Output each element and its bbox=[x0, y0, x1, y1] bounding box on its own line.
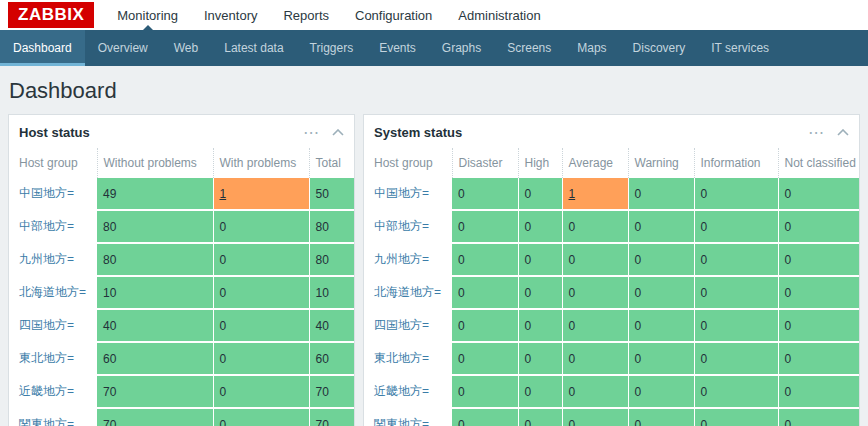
host-group-link[interactable]: 北海道地方= bbox=[19, 285, 86, 299]
status-cell-ok: 0 bbox=[452, 309, 518, 342]
subnav-web[interactable]: Web bbox=[161, 30, 211, 66]
subnav-latest-data[interactable]: Latest data bbox=[211, 30, 296, 66]
system-status-panel: System status ⋯ Host groupDisasterHighAv… bbox=[363, 114, 860, 426]
status-cell-problem[interactable]: 1 bbox=[213, 178, 309, 210]
status-cell-ok: 0 bbox=[562, 342, 628, 375]
host-group-cell: 東北地方= bbox=[364, 342, 452, 375]
column-header-total: Total bbox=[309, 148, 354, 178]
column-header-with-problems: With problems bbox=[213, 148, 309, 178]
host-group-link[interactable]: 四国地方= bbox=[19, 318, 74, 332]
status-cell-ok: 0 bbox=[518, 178, 562, 210]
widget-menu-icon[interactable]: ⋯ bbox=[808, 128, 825, 138]
main-nav-configuration[interactable]: Configuration bbox=[342, 0, 445, 30]
host-group-link[interactable]: 東北地方= bbox=[374, 351, 429, 365]
status-cell-problem[interactable]: 1 bbox=[562, 178, 628, 210]
collapse-chevron-icon[interactable] bbox=[837, 129, 849, 136]
sub-nav: DashboardOverviewWebLatest dataTriggersE… bbox=[0, 30, 868, 66]
status-cell-ok: 0 bbox=[452, 210, 518, 243]
status-cell-ok: 0 bbox=[452, 276, 518, 309]
subnav-graphs[interactable]: Graphs bbox=[429, 30, 494, 66]
widget-title: Host status bbox=[19, 125, 303, 140]
status-cell-ok: 0 bbox=[562, 309, 628, 342]
host-group-link[interactable]: 中国地方= bbox=[19, 186, 74, 200]
host-group-cell: 四国地方= bbox=[364, 309, 452, 342]
top-bar: ZABBIX MonitoringInventoryReportsConfigu… bbox=[0, 0, 868, 30]
table-row: 東北地方=000000 bbox=[364, 342, 859, 375]
widget-menu-icon[interactable]: ⋯ bbox=[303, 128, 320, 138]
subnav-triggers[interactable]: Triggers bbox=[297, 30, 367, 66]
status-cell-ok: 60 bbox=[309, 342, 354, 375]
table-row: 近畿地方=70070 bbox=[9, 375, 354, 408]
status-cell-ok: 0 bbox=[213, 276, 309, 309]
status-cell-ok: 0 bbox=[778, 276, 859, 309]
host-group-cell: 北海道地方= bbox=[9, 276, 97, 309]
host-group-cell: 東北地方= bbox=[9, 342, 97, 375]
status-cell-ok: 0 bbox=[778, 243, 859, 276]
status-cell-ok: 0 bbox=[452, 342, 518, 375]
main-nav-monitoring[interactable]: Monitoring bbox=[104, 0, 191, 30]
subnav-screens[interactable]: Screens bbox=[494, 30, 564, 66]
host-group-link[interactable]: 九州地方= bbox=[374, 252, 429, 266]
subnav-discovery[interactable]: Discovery bbox=[620, 30, 699, 66]
subnav-maps[interactable]: Maps bbox=[564, 30, 619, 66]
status-cell-ok: 0 bbox=[694, 276, 778, 309]
host-group-link[interactable]: 近畿地方= bbox=[374, 384, 429, 398]
status-cell-ok: 0 bbox=[562, 243, 628, 276]
table-row: 東北地方=60060 bbox=[9, 342, 354, 375]
host-group-link[interactable]: 北海道地方= bbox=[374, 285, 441, 299]
status-cell-ok: 0 bbox=[562, 276, 628, 309]
main-nav-reports[interactable]: Reports bbox=[270, 0, 342, 30]
status-cell-ok: 60 bbox=[97, 342, 213, 375]
host-group-link[interactable]: 九州地方= bbox=[19, 252, 74, 266]
status-cell-ok: 0 bbox=[778, 210, 859, 243]
table-row: 近畿地方=000000 bbox=[364, 375, 859, 408]
problem-count-link[interactable]: 1 bbox=[220, 187, 227, 201]
table-row: 中国地方=49150 bbox=[9, 178, 354, 210]
subnav-events[interactable]: Events bbox=[366, 30, 429, 66]
status-cell-ok: 0 bbox=[562, 408, 628, 426]
main-nav-administration[interactable]: Administration bbox=[445, 0, 553, 30]
host-group-link[interactable]: 四国地方= bbox=[374, 318, 429, 332]
host-group-cell: 関東地方= bbox=[9, 408, 97, 426]
status-cell-ok: 0 bbox=[518, 276, 562, 309]
problem-count-link[interactable]: 1 bbox=[569, 187, 576, 201]
status-cell-ok: 0 bbox=[694, 309, 778, 342]
host-group-link[interactable]: 東北地方= bbox=[19, 351, 74, 365]
host-group-link[interactable]: 中部地方= bbox=[374, 219, 429, 233]
status-cell-ok: 80 bbox=[309, 210, 354, 243]
dashboard-content: Host status ⋯ Host groupWithout problems… bbox=[0, 114, 868, 426]
status-cell-ok: 0 bbox=[628, 309, 694, 342]
status-cell-ok: 70 bbox=[97, 408, 213, 426]
table-row: 中部地方=000000 bbox=[364, 210, 859, 243]
widget-title: System status bbox=[374, 125, 808, 140]
host-group-link[interactable]: 中国地方= bbox=[374, 186, 429, 200]
status-cell-ok: 0 bbox=[628, 243, 694, 276]
status-cell-ok: 0 bbox=[213, 408, 309, 426]
subnav-overview[interactable]: Overview bbox=[85, 30, 161, 66]
status-cell-ok: 0 bbox=[562, 210, 628, 243]
host-status-table: Host groupWithout problemsWith problemsT… bbox=[9, 148, 354, 426]
main-nav-inventory[interactable]: Inventory bbox=[191, 0, 270, 30]
host-group-link[interactable]: 関東地方= bbox=[374, 417, 429, 426]
status-cell-ok: 0 bbox=[518, 375, 562, 408]
status-cell-ok: 70 bbox=[97, 375, 213, 408]
status-cell-ok: 10 bbox=[97, 276, 213, 309]
host-group-cell: 中部地方= bbox=[9, 210, 97, 243]
zabbix-logo[interactable]: ZABBIX bbox=[8, 2, 94, 28]
column-header-without-problems: Without problems bbox=[97, 148, 213, 178]
host-group-link[interactable]: 近畿地方= bbox=[19, 384, 74, 398]
table-row: 四国地方=40040 bbox=[9, 309, 354, 342]
status-cell-ok: 0 bbox=[452, 243, 518, 276]
subnav-dashboard[interactable]: Dashboard bbox=[0, 30, 85, 66]
column-header-high: High bbox=[518, 148, 562, 178]
table-row: 中国地方=001000 bbox=[364, 178, 859, 210]
subnav-it-services[interactable]: IT services bbox=[698, 30, 782, 66]
header-row: Host groupDisasterHighAverageWarningInfo… bbox=[364, 148, 859, 178]
table-row: 北海道地方=10010 bbox=[9, 276, 354, 309]
status-cell-ok: 0 bbox=[694, 210, 778, 243]
host-group-link[interactable]: 関東地方= bbox=[19, 417, 74, 426]
widget-header: Host status ⋯ bbox=[9, 115, 354, 148]
collapse-chevron-icon[interactable] bbox=[332, 129, 344, 136]
table-row: 九州地方=000000 bbox=[364, 243, 859, 276]
host-group-link[interactable]: 中部地方= bbox=[19, 219, 74, 233]
